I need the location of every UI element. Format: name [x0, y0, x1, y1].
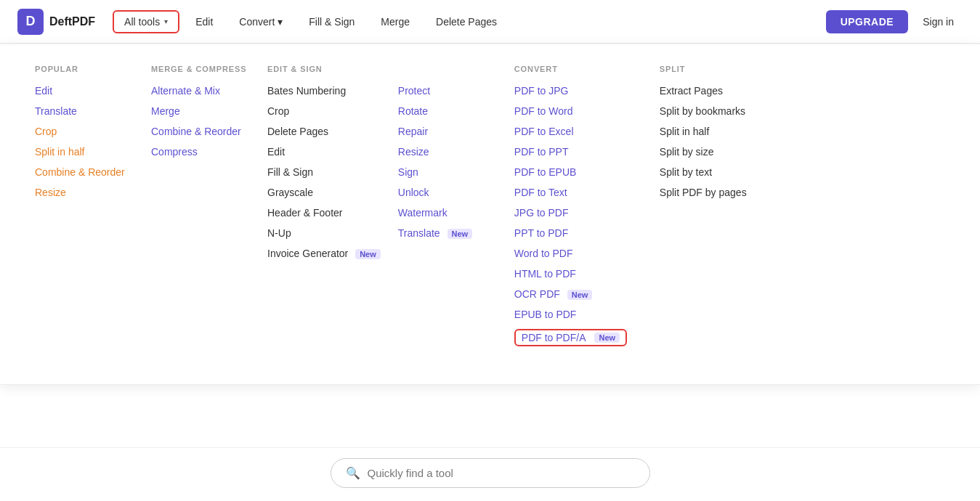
nav-edit-label: Edit [195, 16, 213, 28]
nav-fillsign-button[interactable]: Fill & Sign [299, 12, 365, 32]
chevron-down-icon: ▾ [164, 17, 168, 25]
nav-convert-button[interactable]: Convert ▾ [229, 12, 293, 32]
nav-merge-button[interactable]: Merge [370, 12, 420, 32]
header: D DeftPDF All tools ▾ Edit Convert ▾ Fil… [0, 0, 980, 44]
nav-edit-button[interactable]: Edit [185, 12, 223, 32]
logo-text: DeftPDF [49, 15, 95, 28]
signin-button[interactable]: Sign in [914, 10, 963, 33]
logo-icon: D [17, 9, 44, 35]
upgrade-button[interactable]: UPGRADE [826, 10, 909, 33]
all-tools-label: All tools [124, 16, 160, 28]
nav-deletepages-button[interactable]: Delete Pages [426, 12, 507, 32]
chevron-down-icon-convert: ▾ [278, 16, 283, 28]
nav-fillsign-label: Fill & Sign [309, 16, 355, 28]
nav-merge-label: Merge [381, 16, 410, 28]
nav-all-tools-button[interactable]: All tools ▾ [113, 10, 179, 33]
nav-convert-label: Convert [239, 16, 275, 28]
nav-deletepages-label: Delete Pages [436, 16, 497, 28]
logo-area: D DeftPDF [17, 9, 95, 35]
